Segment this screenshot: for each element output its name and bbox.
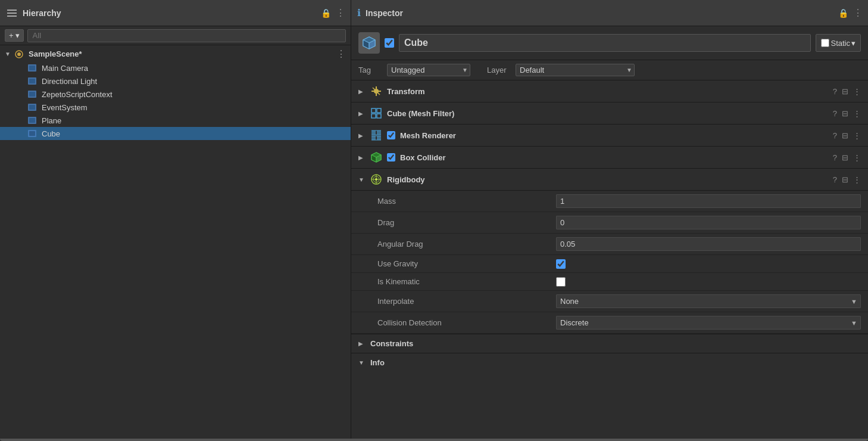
svg-rect-11 [29,118,35,123]
hierarchy-item-directional-light[interactable]: Directional Light [0,74,351,88]
tag-select[interactable]: Untagged MainCamera Player [387,64,470,76]
mesh-renderer-help-btn[interactable]: ? [833,131,837,140]
rigidbody-icon [370,173,382,185]
transform-settings-btn[interactable]: ⊟ [842,87,848,96]
hierarchy-dots-icon[interactable]: ⋮ [336,7,345,18]
collision-detection-label: Collision Detection [377,318,556,327]
hierarchy-content: ▼ SampleScene* ⋮ Main Camera [0,45,351,441]
component-row-mesh-filter[interactable]: ▶ Cube (Mesh Filter) ? ⊟ ⋮ [351,103,868,125]
mesh-renderer-settings-btn[interactable]: ⊟ [842,131,848,140]
rigidbody-actions: ? ⊟ ⋮ [833,175,861,184]
transform-icon [370,85,382,97]
property-row-drag: Drag [351,212,868,234]
transform-menu-btn[interactable]: ⋮ [853,87,861,96]
component-row-transform[interactable]: ▶ Transform ? ⊟ ⋮ [351,80,868,103]
collision-detection-select[interactable]: Discrete Continuous Continuous Dynamic C… [556,316,861,330]
mass-label: Mass [377,197,556,206]
rigidbody-settings-btn[interactable]: ⊟ [842,175,848,184]
angular-drag-input[interactable] [556,237,861,251]
svg-rect-9 [29,105,35,110]
component-row-box-collider[interactable]: ▶ Box Collider ? ⊟ ⋮ [351,147,868,169]
svg-point-1 [17,52,21,56]
svg-rect-26 [371,131,376,135]
mesh-renderer-menu-btn[interactable]: ⋮ [853,131,861,140]
hierarchy-item-eventsystem[interactable]: EventSystem [0,101,351,114]
svg-rect-27 [377,131,381,135]
property-row-mass: Mass [351,191,868,212]
search-input[interactable] [27,29,346,42]
rigidbody-menu-btn[interactable]: ⋮ [853,175,861,184]
eventsystem-icon [27,103,39,112]
object-name-input[interactable] [399,34,811,52]
zepeto-icon [27,89,39,99]
box-collider-arrow: ▶ [358,154,366,161]
mesh-filter-menu-btn[interactable]: ⋮ [853,109,861,118]
main-camera-icon [27,63,39,73]
box-collider-menu-btn[interactable]: ⋮ [853,153,861,162]
info-arrow: ▼ [358,359,366,366]
component-row-mesh-renderer[interactable]: ▶ Mesh Renderer ? ⊟ ⋮ [351,125,868,147]
mesh-renderer-actions: ? ⊟ ⋮ [833,131,861,140]
hierarchy-item-main-camera[interactable]: Main Camera [0,61,351,74]
property-row-interpolate: Interpolate None Interpolate Extrapolate… [351,291,868,312]
inspector-lock-icon[interactable]: 🔒 [838,8,848,18]
add-button[interactable]: + ▾ [5,29,24,42]
static-checkbox[interactable] [821,39,829,47]
interpolate-select[interactable]: None Interpolate Extrapolate [556,294,861,308]
is-kinematic-checkbox[interactable] [556,277,566,287]
rigidbody-help-btn[interactable]: ? [833,175,837,184]
tag-select-wrapper: Untagged MainCamera Player ▼ [387,64,470,76]
svg-rect-23 [377,108,381,113]
constraints-row[interactable]: ▶ Constraints [351,334,868,353]
cube-label: Cube [42,129,60,138]
mesh-filter-settings-btn[interactable]: ⊟ [842,109,848,118]
drag-input[interactable] [556,216,861,229]
mesh-filter-help-btn[interactable]: ? [833,109,837,118]
layer-select[interactable]: Default TransparentFX Ignore Raycast UI [516,64,635,76]
tag-label: Tag [358,66,382,74]
constraints-label: Constraints [370,339,861,348]
hierarchy-item-cube[interactable]: Cube [0,127,351,140]
hierarchy-item-plane[interactable]: Plane [0,114,351,127]
mesh-renderer-enabled-checkbox[interactable] [387,131,395,139]
constraints-arrow: ▶ [358,340,366,347]
svg-rect-24 [371,114,376,118]
drag-label: Drag [377,218,556,227]
property-row-use-gravity: Use Gravity [351,255,868,273]
scene-item-samplescene[interactable]: ▼ SampleScene* ⋮ [0,46,351,61]
mass-input[interactable] [556,194,861,208]
box-collider-help-btn[interactable]: ? [833,153,837,162]
tag-layer-row: Tag Untagged MainCamera Player ▼ Layer D… [351,60,868,80]
rigidbody-name: Rigidbody [387,175,828,184]
mesh-filter-icon [370,107,382,119]
info-label: Info [370,358,861,367]
box-collider-enabled-checkbox[interactable] [387,153,395,162]
hierarchy-item-zepeto[interactable]: ZepetoScriptContext [0,88,351,101]
mesh-renderer-name: Mesh Renderer [400,131,828,140]
transform-help-btn[interactable]: ? [833,87,837,96]
scene-menu-icon[interactable]: ⋮ [336,48,346,60]
transform-arrow: ▶ [358,88,366,95]
static-button[interactable]: Static ▾ [816,34,861,52]
component-row-rigidbody[interactable]: ▼ Rigidbody ? ⊟ ⋮ [351,169,868,191]
cube-icon [27,129,39,138]
use-gravity-checkbox[interactable] [556,259,566,269]
plane-icon [27,116,39,125]
transform-actions: ? ⊟ ⋮ [833,87,861,96]
hierarchy-toolbar: + ▾ [0,26,351,45]
svg-point-42 [375,178,377,181]
interpolate-label: Interpolate [377,297,556,306]
box-collider-icon [370,151,382,163]
scene-name-label: SampleScene* [29,49,82,58]
hierarchy-panel: Hierarchy 🔒 ⋮ + ▾ ▼ SampleScene* ⋮ [0,0,351,441]
info-row[interactable]: ▼ Info [351,353,868,372]
box-collider-settings-btn[interactable]: ⊟ [842,153,848,162]
svg-rect-25 [377,114,381,118]
hierarchy-lock-icon[interactable]: 🔒 [321,8,331,18]
mesh-filter-actions: ? ⊟ ⋮ [833,109,861,118]
inspector-header: ℹ Inspector 🔒 ⋮ [351,0,868,26]
hierarchy-menu-icon[interactable] [6,8,18,18]
inspector-dots-icon[interactable]: ⋮ [853,7,862,18]
object-enabled-checkbox[interactable] [385,38,394,48]
inspector-title: Inspector [366,8,833,18]
